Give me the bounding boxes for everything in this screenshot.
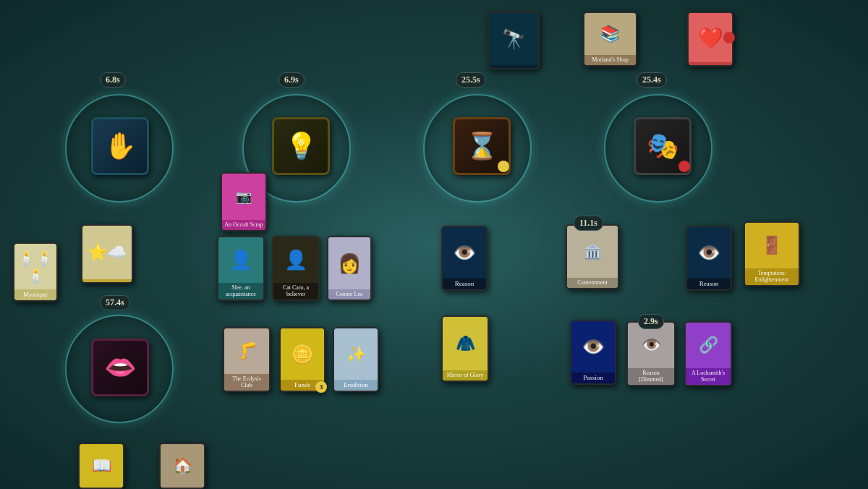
card-mystique[interactable]: 🕯️🕯️🕯️ Mystique xyxy=(13,242,58,302)
connie-lee-portrait-icon: 👩 xyxy=(328,237,370,289)
passion-label: Passion xyxy=(571,373,615,383)
slee-portrait-icon: 👤 xyxy=(218,237,263,283)
card-star[interactable]: ⭐☁️ xyxy=(81,224,133,284)
card-passion[interactable]: 👁️ Passion xyxy=(570,320,616,385)
connie-lee-label: Connie Lee xyxy=(328,289,370,299)
mystique-label: Mystique xyxy=(14,289,56,300)
timer-slot1: 6.8s xyxy=(100,72,126,88)
mirror-glory-label: Mirror of Glory xyxy=(443,370,488,380)
slot3-badge xyxy=(498,161,509,172)
mirror-glory-icon: 🧥 xyxy=(443,317,488,370)
card-connie-lee[interactable]: 👩 Connie Lee xyxy=(327,236,372,301)
morlands-shop-label: Morland's Shop xyxy=(584,55,636,65)
station-card-2[interactable]: 💡 xyxy=(272,117,330,175)
card-contentment[interactable]: 🏛️ Contentment xyxy=(566,224,619,289)
slot4-badge xyxy=(678,161,690,172)
hourglass-icon: ⌛ xyxy=(466,131,498,161)
card-reason-dimmed[interactable]: 👁️ Reason [Dimmed] xyxy=(626,321,676,386)
card-reason-2[interactable]: 👁️ Reason xyxy=(686,226,732,291)
card-cat-caro[interactable]: 👤 Cat Caro, a believer xyxy=(272,236,320,301)
card-locksmith[interactable]: 🔗 A Locksmith's Secret xyxy=(684,321,732,386)
card-slee[interactable]: 👤 Slee, an acquaintance xyxy=(217,236,265,301)
star-label xyxy=(82,279,132,282)
hand-icon: ✋ xyxy=(104,131,137,161)
heart-badge xyxy=(723,32,735,43)
reason-dimmed-eye-icon: 👁️ xyxy=(628,323,674,368)
top-teal-label xyxy=(489,65,538,68)
timer-slot3: 25.5s xyxy=(456,72,486,88)
mask-icon: 🎭 xyxy=(647,131,679,161)
card-erudition[interactable]: ✨ Erudition xyxy=(333,327,379,392)
reason-dimmed-label: Reason [Dimmed] xyxy=(628,368,674,385)
erudition-icon: ✨ xyxy=(334,328,378,380)
heart-label xyxy=(689,62,732,65)
timer-slot5: 57.4s xyxy=(100,295,130,310)
funds-badge: 3 xyxy=(315,381,327,393)
card-occult-scrap[interactable]: 📷 An Occult Scrap xyxy=(221,172,267,231)
card-mirror-glory[interactable]: 🧥 Mirror of Glory xyxy=(441,315,489,382)
temptation-label: Temptation: Enlightenment xyxy=(745,268,799,285)
contentment-icon: 🏛️ xyxy=(567,226,618,278)
timer-contentment: 11.1s xyxy=(574,216,603,231)
timer-slot2: 6.9s xyxy=(278,72,305,88)
contentment-label: Contentment xyxy=(567,278,618,288)
star-cloud-icon: ⭐☁️ xyxy=(82,226,132,279)
passion-eye-icon: 👁️ xyxy=(571,321,615,373)
reason2-eye-icon: 👁️ xyxy=(687,227,731,278)
lips-icon: 👄 xyxy=(104,352,137,383)
card-temptation[interactable]: 🚪 Temptation: Enlightenment xyxy=(744,221,800,286)
timer-slot4: 25.4s xyxy=(637,72,667,88)
morlands-shop-icon: 📚 xyxy=(584,13,636,55)
card-partial-building[interactable]: 🏠 xyxy=(159,443,205,489)
reason1-label: Reason xyxy=(443,278,486,289)
card-ecdysis[interactable]: 🦵 The Ecdysis Club xyxy=(223,327,271,392)
ecdysis-label: The Ecdysis Club xyxy=(224,374,269,391)
locksmith-label: A Locksmith's Secret xyxy=(686,368,731,385)
lightbulb-icon: 💡 xyxy=(285,131,318,161)
station-card-1[interactable]: ✋ xyxy=(91,117,149,175)
funds-icon: 🪙 xyxy=(281,328,324,380)
station-card-5[interactable]: 👄 xyxy=(91,339,149,396)
cat-caro-label: Cat Caro, a believer xyxy=(273,283,318,299)
card-morlands-shop[interactable]: 📚 Morland's Shop xyxy=(583,12,637,67)
temptation-door-icon: 🚪 xyxy=(745,223,799,268)
telescope-icon: 🔭 xyxy=(489,13,538,65)
game-board: 6.8s 6.9s 25.5s 25.4s 57.4s ✋ 💡 ⌛ 🎭 👄 🕯️… xyxy=(0,0,868,489)
erudition-label: Erudition xyxy=(334,380,378,391)
yellow-book-icon: 📖 xyxy=(80,444,123,488)
card-yellow-book[interactable]: 📖 xyxy=(78,443,124,489)
occult-scrap-icon: 📷 xyxy=(222,174,265,220)
cat-caro-portrait-icon: 👤 xyxy=(273,237,318,283)
ecdysis-icon: 🦵 xyxy=(224,328,269,374)
timer-reason-dimmed: 2.9s xyxy=(638,314,664,329)
card-top-teal[interactable]: 🔭 xyxy=(488,12,540,69)
occult-scrap-label: An Occult Scrap xyxy=(222,220,265,230)
reason2-label: Reason xyxy=(687,278,731,289)
slee-label: Slee, an acquaintance xyxy=(218,283,263,299)
reason1-eye-icon: 👁️ xyxy=(443,227,486,278)
locksmith-icon: 🔗 xyxy=(686,323,731,368)
card-reason-1[interactable]: 👁️ Reason xyxy=(441,226,488,291)
mystique-icon: 🕯️🕯️🕯️ xyxy=(14,244,56,289)
building-icon: 🏠 xyxy=(161,444,204,488)
